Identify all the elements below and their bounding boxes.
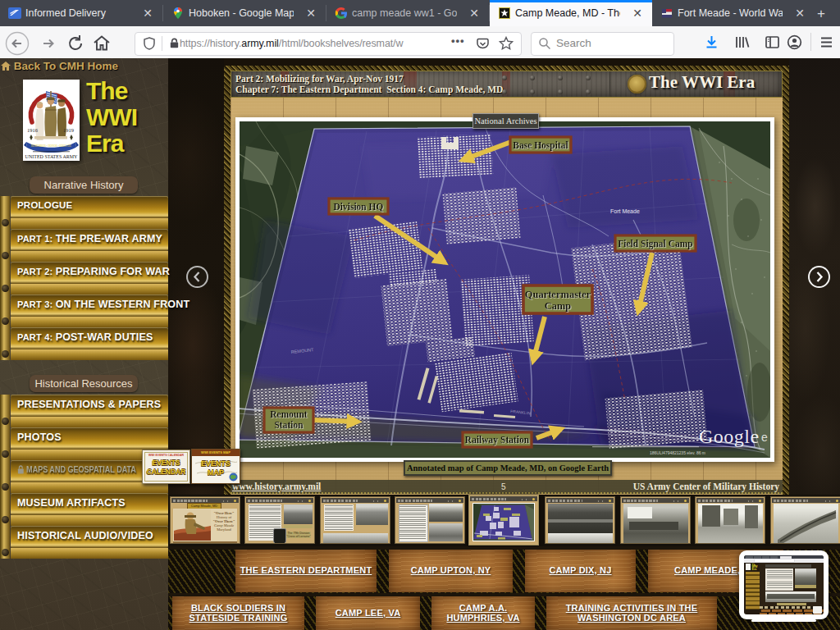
svg-text:Base Hospital: Base Hospital: [513, 140, 568, 151]
svg-text:Camp: Camp: [545, 300, 572, 312]
svg-text:e: e: [761, 431, 768, 444]
svg-text:Railway Station: Railway Station: [465, 435, 530, 445]
svg-text:UNITED STATES ARMY: UNITED STATES ARMY: [25, 154, 79, 159]
svg-text:Quartermaster: Quartermaster: [525, 289, 591, 300]
svg-text:1916: 1916: [27, 127, 39, 133]
svg-text:Fort Meade: Fort Meade: [610, 208, 640, 214]
svg-text:Google: Google: [699, 426, 760, 447]
svg-text:Remount: Remount: [270, 409, 308, 419]
svg-text:REMEMBER • HONOR • EDUCATE: REMEMBER • HONOR • EDUCATE: [31, 144, 71, 148]
svg-text:186ULI4794821235 elev. 86 m: 186ULI4794821235 elev. 86 m: [650, 450, 705, 455]
svg-text:Station: Station: [274, 420, 304, 430]
svg-text:Division HQ: Division HQ: [333, 202, 383, 212]
svg-text:Field Signal Camp: Field Signal Camp: [618, 239, 692, 249]
svg-text:1919: 1919: [63, 127, 74, 133]
